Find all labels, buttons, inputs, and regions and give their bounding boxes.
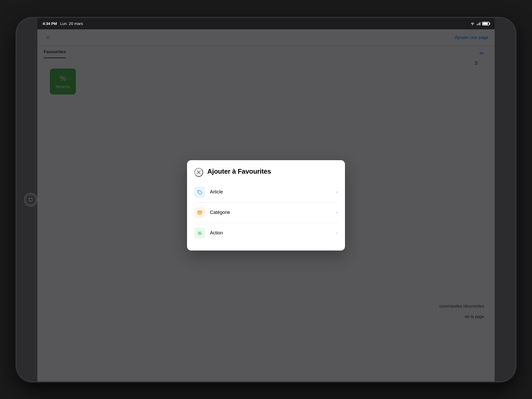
svg-marker-2 (478, 24, 478, 25)
battery-fill (483, 23, 488, 25)
categorie-icon-container (194, 207, 205, 218)
battery-icon (482, 22, 489, 25)
home-button-inner (26, 195, 35, 204)
modal-item-list: Article › Catégori (187, 182, 345, 251)
status-bar: 4:34 PM Lun. 20 mars (37, 18, 495, 29)
wifi-icon (470, 22, 475, 25)
modal-close-button[interactable] (194, 168, 203, 177)
svg-marker-1 (479, 23, 479, 25)
status-icons (470, 22, 489, 25)
modal-dialog: Ajouter à Favourites Article › (187, 160, 345, 251)
action-percent-icon: % (197, 230, 203, 236)
categorie-chevron: › (336, 210, 338, 215)
modal-item-categorie[interactable]: Catégorie › (194, 202, 338, 223)
modal-overlay: Ajouter à Favourites Article › (37, 29, 495, 381)
action-chevron: › (336, 230, 338, 236)
modal-title: Ajouter à Favourites (207, 167, 271, 175)
svg-marker-0 (480, 22, 480, 25)
action-icon-container: % (194, 228, 205, 239)
tablet-screen: 4:34 PM Lun. 20 mars (37, 18, 495, 381)
article-tag-icon (197, 189, 203, 195)
modal-item-article[interactable]: Article › (194, 182, 338, 202)
categorie-label: Catégorie (210, 210, 336, 215)
signal-icon (476, 22, 481, 25)
status-time: 4:34 PM (43, 21, 57, 26)
home-button[interactable] (24, 193, 37, 206)
svg-text:%: % (198, 231, 201, 235)
article-icon-container (194, 187, 205, 198)
modal-item-action[interactable]: % Action › (194, 223, 338, 243)
status-date: Lun. 20 mars (60, 21, 83, 26)
svg-point-6 (198, 191, 199, 192)
article-chevron: › (336, 189, 338, 195)
action-label: Action (210, 230, 336, 236)
close-x-icon (197, 171, 201, 174)
article-label: Article (210, 189, 336, 195)
modal-header: Ajouter à Favourites (187, 160, 345, 182)
side-camera (506, 198, 509, 201)
categorie-layers-icon (197, 210, 203, 215)
status-left: 4:34 PM Lun. 20 mars (43, 21, 83, 26)
home-button-square (29, 198, 32, 201)
svg-marker-3 (477, 24, 477, 25)
tablet-frame: 4:34 PM Lun. 20 mars (17, 18, 515, 381)
